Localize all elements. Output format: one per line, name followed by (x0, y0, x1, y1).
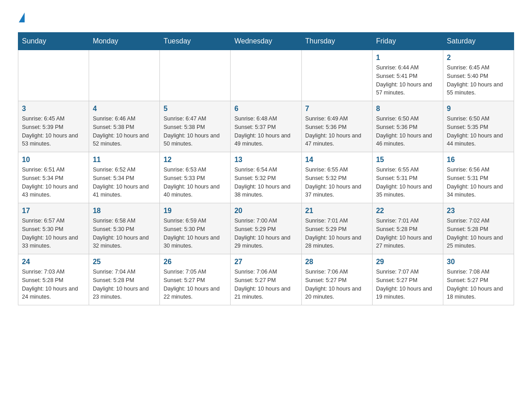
day-number: 13 (234, 156, 297, 164)
day-number: 21 (305, 207, 369, 215)
weekday-header-thursday: Thursday (301, 33, 372, 50)
day-info: Sunrise: 7:01 AM Sunset: 5:28 PM Dayligh… (376, 217, 439, 250)
day-info: Sunrise: 7:06 AM Sunset: 5:27 PM Dayligh… (234, 268, 297, 301)
day-number: 8 (376, 105, 439, 113)
weekday-header-friday: Friday (372, 33, 443, 50)
day-info: Sunrise: 7:01 AM Sunset: 5:29 PM Dayligh… (305, 217, 369, 250)
day-info: Sunrise: 7:02 AM Sunset: 5:28 PM Dayligh… (447, 217, 510, 250)
day-info: Sunrise: 7:04 AM Sunset: 5:28 PM Dayligh… (93, 268, 156, 301)
calendar-cell: 5Sunrise: 6:47 AM Sunset: 5:38 PM Daylig… (160, 101, 231, 152)
day-info: Sunrise: 7:08 AM Sunset: 5:27 PM Dayligh… (447, 268, 510, 301)
day-info: Sunrise: 7:06 AM Sunset: 5:27 PM Dayligh… (305, 268, 369, 301)
day-info: Sunrise: 6:55 AM Sunset: 5:31 PM Dayligh… (376, 166, 439, 199)
day-number: 22 (376, 207, 439, 215)
week-row-2: 3Sunrise: 6:45 AM Sunset: 5:39 PM Daylig… (18, 101, 514, 152)
calendar-cell: 6Sunrise: 6:48 AM Sunset: 5:37 PM Daylig… (231, 101, 301, 152)
day-info: Sunrise: 6:44 AM Sunset: 5:41 PM Dayligh… (376, 64, 439, 97)
day-number: 18 (93, 207, 156, 215)
weekday-header-saturday: Saturday (443, 33, 514, 50)
day-number: 28 (305, 258, 369, 266)
calendar-cell: 22Sunrise: 7:01 AM Sunset: 5:28 PM Dayli… (372, 203, 443, 254)
calendar-cell: 16Sunrise: 6:56 AM Sunset: 5:31 PM Dayli… (443, 152, 514, 203)
day-info: Sunrise: 6:56 AM Sunset: 5:31 PM Dayligh… (447, 166, 510, 199)
day-number: 29 (376, 258, 439, 266)
day-info: Sunrise: 6:51 AM Sunset: 5:34 PM Dayligh… (22, 166, 85, 199)
day-info: Sunrise: 6:50 AM Sunset: 5:36 PM Dayligh… (376, 115, 439, 148)
calendar-cell: 2Sunrise: 6:45 AM Sunset: 5:40 PM Daylig… (443, 50, 514, 101)
calendar-cell: 26Sunrise: 7:05 AM Sunset: 5:27 PM Dayli… (160, 254, 231, 305)
calendar-cell: 25Sunrise: 7:04 AM Sunset: 5:28 PM Dayli… (89, 254, 160, 305)
day-info: Sunrise: 6:59 AM Sunset: 5:30 PM Dayligh… (163, 217, 227, 250)
day-number: 30 (447, 258, 510, 266)
calendar-cell: 15Sunrise: 6:55 AM Sunset: 5:31 PM Dayli… (372, 152, 443, 203)
calendar-cell: 30Sunrise: 7:08 AM Sunset: 5:27 PM Dayli… (443, 254, 514, 305)
weekday-header-sunday: Sunday (18, 33, 89, 50)
calendar-cell: 7Sunrise: 6:49 AM Sunset: 5:36 PM Daylig… (301, 101, 372, 152)
weekday-header-wednesday: Wednesday (231, 33, 301, 50)
day-number: 3 (22, 105, 85, 113)
day-number: 12 (163, 156, 227, 164)
day-info: Sunrise: 6:55 AM Sunset: 5:32 PM Dayligh… (305, 166, 369, 199)
day-info: Sunrise: 6:57 AM Sunset: 5:30 PM Dayligh… (22, 217, 85, 250)
calendar-cell (89, 50, 160, 101)
calendar-cell (301, 50, 372, 101)
day-number: 10 (22, 156, 85, 164)
day-info: Sunrise: 6:49 AM Sunset: 5:36 PM Dayligh… (305, 115, 369, 148)
day-number: 11 (93, 156, 156, 164)
day-info: Sunrise: 6:47 AM Sunset: 5:38 PM Dayligh… (163, 115, 227, 148)
day-number: 4 (93, 105, 156, 113)
day-number: 24 (22, 258, 85, 266)
calendar-cell (18, 50, 89, 101)
day-info: Sunrise: 6:46 AM Sunset: 5:38 PM Dayligh… (93, 115, 156, 148)
week-row-1: 1Sunrise: 6:44 AM Sunset: 5:41 PM Daylig… (18, 50, 514, 101)
day-info: Sunrise: 7:07 AM Sunset: 5:27 PM Dayligh… (376, 268, 439, 301)
calendar-cell: 4Sunrise: 6:46 AM Sunset: 5:38 PM Daylig… (89, 101, 160, 152)
day-number: 26 (163, 258, 227, 266)
calendar-cell: 20Sunrise: 7:00 AM Sunset: 5:29 PM Dayli… (231, 203, 301, 254)
calendar-table: SundayMondayTuesdayWednesdayThursdayFrid… (18, 32, 514, 305)
day-info: Sunrise: 6:45 AM Sunset: 5:39 PM Dayligh… (22, 115, 85, 148)
day-info: Sunrise: 6:48 AM Sunset: 5:37 PM Dayligh… (234, 115, 297, 148)
day-number: 1 (376, 54, 439, 62)
calendar-cell: 23Sunrise: 7:02 AM Sunset: 5:28 PM Dayli… (443, 203, 514, 254)
calendar-cell: 17Sunrise: 6:57 AM Sunset: 5:30 PM Dayli… (18, 203, 89, 254)
week-row-3: 10Sunrise: 6:51 AM Sunset: 5:34 PM Dayli… (18, 152, 514, 203)
calendar-cell: 14Sunrise: 6:55 AM Sunset: 5:32 PM Dayli… (301, 152, 372, 203)
weekday-header-monday: Monday (89, 33, 160, 50)
calendar-cell: 9Sunrise: 6:50 AM Sunset: 5:35 PM Daylig… (443, 101, 514, 152)
calendar-cell: 10Sunrise: 6:51 AM Sunset: 5:34 PM Dayli… (18, 152, 89, 203)
day-number: 2 (447, 54, 510, 62)
day-number: 25 (93, 258, 156, 266)
day-number: 27 (234, 258, 297, 266)
day-number: 23 (447, 207, 510, 215)
header (18, 13, 514, 23)
day-number: 15 (376, 156, 439, 164)
calendar-cell: 29Sunrise: 7:07 AM Sunset: 5:27 PM Dayli… (372, 254, 443, 305)
day-number: 17 (22, 207, 85, 215)
week-row-4: 17Sunrise: 6:57 AM Sunset: 5:30 PM Dayli… (18, 203, 514, 254)
calendar-cell: 11Sunrise: 6:52 AM Sunset: 5:34 PM Dayli… (89, 152, 160, 203)
day-info: Sunrise: 7:00 AM Sunset: 5:29 PM Dayligh… (234, 217, 297, 250)
day-number: 5 (163, 105, 227, 113)
day-number: 14 (305, 156, 369, 164)
calendar-cell: 3Sunrise: 6:45 AM Sunset: 5:39 PM Daylig… (18, 101, 89, 152)
calendar-cell: 27Sunrise: 7:06 AM Sunset: 5:27 PM Dayli… (231, 254, 301, 305)
calendar-cell: 18Sunrise: 6:58 AM Sunset: 5:30 PM Dayli… (89, 203, 160, 254)
day-info: Sunrise: 6:58 AM Sunset: 5:30 PM Dayligh… (93, 217, 156, 250)
calendar-cell: 21Sunrise: 7:01 AM Sunset: 5:29 PM Dayli… (301, 203, 372, 254)
weekday-header-row: SundayMondayTuesdayWednesdayThursdayFrid… (18, 33, 514, 50)
calendar-cell: 28Sunrise: 7:06 AM Sunset: 5:27 PM Dayli… (301, 254, 372, 305)
day-number: 9 (447, 105, 510, 113)
calendar-cell: 8Sunrise: 6:50 AM Sunset: 5:36 PM Daylig… (372, 101, 443, 152)
day-info: Sunrise: 6:45 AM Sunset: 5:40 PM Dayligh… (447, 64, 510, 97)
day-number: 20 (234, 207, 297, 215)
day-info: Sunrise: 6:53 AM Sunset: 5:33 PM Dayligh… (163, 166, 227, 199)
calendar-cell (231, 50, 301, 101)
day-number: 6 (234, 105, 297, 113)
day-number: 7 (305, 105, 369, 113)
calendar-cell: 1Sunrise: 6:44 AM Sunset: 5:41 PM Daylig… (372, 50, 443, 101)
day-info: Sunrise: 7:05 AM Sunset: 5:27 PM Dayligh… (163, 268, 227, 301)
weekday-header-tuesday: Tuesday (160, 33, 231, 50)
day-info: Sunrise: 6:52 AM Sunset: 5:34 PM Dayligh… (93, 166, 156, 199)
day-info: Sunrise: 7:03 AM Sunset: 5:28 PM Dayligh… (22, 268, 85, 301)
